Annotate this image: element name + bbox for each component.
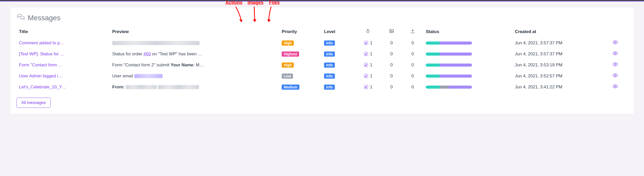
svg-point-3 xyxy=(614,53,616,54)
checkbox-icon xyxy=(364,85,368,89)
actions-count: 1 xyxy=(370,63,372,68)
messages-icon xyxy=(16,13,25,23)
priority-badge: Highest xyxy=(282,51,299,57)
message-title-link[interactable]: Form "Contact form … xyxy=(19,63,62,67)
level-badge: Info xyxy=(324,51,335,57)
created-at: Jun 4, 2021, 3:57:37 PM xyxy=(512,48,610,59)
actions-count: 1 xyxy=(370,51,372,57)
messages-card: Actions Images Files xyxy=(10,8,634,114)
table-header-row: Title Preview Priority Level xyxy=(16,26,628,37)
images-count: 0 xyxy=(381,81,402,92)
download-icon xyxy=(410,30,415,35)
col-view xyxy=(610,26,628,37)
actions-count: 1 xyxy=(370,74,372,79)
view-button[interactable] xyxy=(612,52,618,57)
svg-point-4 xyxy=(614,64,616,65)
created-at: Jun 4, 2021, 3:53:19 PM xyxy=(512,59,610,70)
col-files[interactable] xyxy=(402,26,423,37)
images-count: 0 xyxy=(381,48,402,59)
priority-badge: Low xyxy=(282,74,293,79)
created-at: Jun 4, 2021, 3:57:37 PM xyxy=(512,37,610,48)
files-count: 0 xyxy=(402,59,423,70)
actions-cell: 1 xyxy=(364,63,372,68)
checkbox-icon xyxy=(364,63,368,67)
col-status[interactable]: Status xyxy=(423,26,512,37)
all-messages-button[interactable]: All messages xyxy=(16,98,51,108)
message-preview: Form "Contact form 2" submit Your Name: … xyxy=(110,59,279,70)
table-row: Form "Contact form …Form "Contact form 2… xyxy=(16,59,628,70)
pointer-icon xyxy=(366,30,371,35)
table-row: [Test WP]: Status for …Status for order … xyxy=(16,48,628,59)
svg-point-6 xyxy=(614,86,616,87)
view-button[interactable] xyxy=(612,63,618,68)
actions-cell: 1 xyxy=(364,40,372,46)
actions-count: 1 xyxy=(370,85,372,90)
page-heading: Messages xyxy=(16,13,628,23)
svg-point-2 xyxy=(614,42,616,43)
message-preview: User email xyxy=(110,70,279,81)
images-count: 0 xyxy=(381,59,402,70)
message-title-link[interactable]: Comment added to p… xyxy=(19,40,64,45)
status-bar xyxy=(426,42,472,45)
view-button[interactable] xyxy=(612,85,618,90)
col-actions[interactable] xyxy=(355,26,381,37)
status-bar xyxy=(426,64,472,67)
message-title-link[interactable]: [Test WP]: Status for … xyxy=(19,51,64,56)
checkbox-icon xyxy=(364,41,368,45)
svg-point-5 xyxy=(614,75,616,76)
table-row: Comment added to p… HighInfo100Jun 4, 20… xyxy=(16,37,628,48)
col-title[interactable]: Title xyxy=(16,26,110,37)
priority-badge: Medium xyxy=(282,85,299,90)
view-button[interactable] xyxy=(612,41,618,46)
actions-cell: 1 xyxy=(364,51,372,57)
col-preview[interactable]: Preview xyxy=(110,26,279,37)
level-badge: Info xyxy=(324,40,335,46)
page-title: Messages xyxy=(28,14,61,22)
col-images[interactable] xyxy=(381,26,402,37)
files-count: 0 xyxy=(402,48,423,59)
messages-table: Title Preview Priority Level xyxy=(16,26,628,92)
files-count: 0 xyxy=(402,70,423,81)
created-at: Jun 4, 2021, 3:41:22 PM xyxy=(512,81,610,92)
message-preview: Status for order #50 on "Test WP" has be… xyxy=(110,48,279,59)
images-count: 0 xyxy=(381,70,402,81)
message-preview xyxy=(110,37,279,48)
col-created[interactable]: Created at xyxy=(512,26,610,37)
priority-badge: High xyxy=(282,40,294,46)
col-level[interactable]: Level xyxy=(321,26,355,37)
col-priority[interactable]: Priority xyxy=(279,26,321,37)
actions-count: 1 xyxy=(370,40,372,46)
created-at: Jun 4, 2021, 3:52:57 PM xyxy=(512,70,610,81)
level-badge: Info xyxy=(324,85,335,90)
images-count: 0 xyxy=(381,37,402,48)
table-row: User Admin logged i…User email LowInfo10… xyxy=(16,70,628,81)
checkbox-icon xyxy=(364,52,368,56)
files-count: 0 xyxy=(402,37,423,48)
message-preview: From: xyxy=(110,81,279,92)
priority-badge: High xyxy=(282,63,294,68)
level-badge: Info xyxy=(324,74,335,79)
level-badge: Info xyxy=(324,63,335,68)
actions-cell: 1 xyxy=(364,74,372,79)
files-count: 0 xyxy=(402,81,423,92)
checkbox-icon xyxy=(364,74,368,78)
status-bar xyxy=(426,75,472,78)
actions-cell: 1 xyxy=(364,85,372,90)
view-button[interactable] xyxy=(612,74,618,79)
message-title-link[interactable]: User Admin logged i… xyxy=(19,74,62,78)
status-bar xyxy=(426,86,472,89)
table-row: Let's_Celebrate_10_Y…From: MediumInfo100… xyxy=(16,81,628,92)
svg-point-1 xyxy=(390,30,391,31)
status-bar xyxy=(426,53,472,56)
image-icon xyxy=(389,30,394,35)
message-title-link[interactable]: Let's_Celebrate_10_Y… xyxy=(19,85,67,89)
